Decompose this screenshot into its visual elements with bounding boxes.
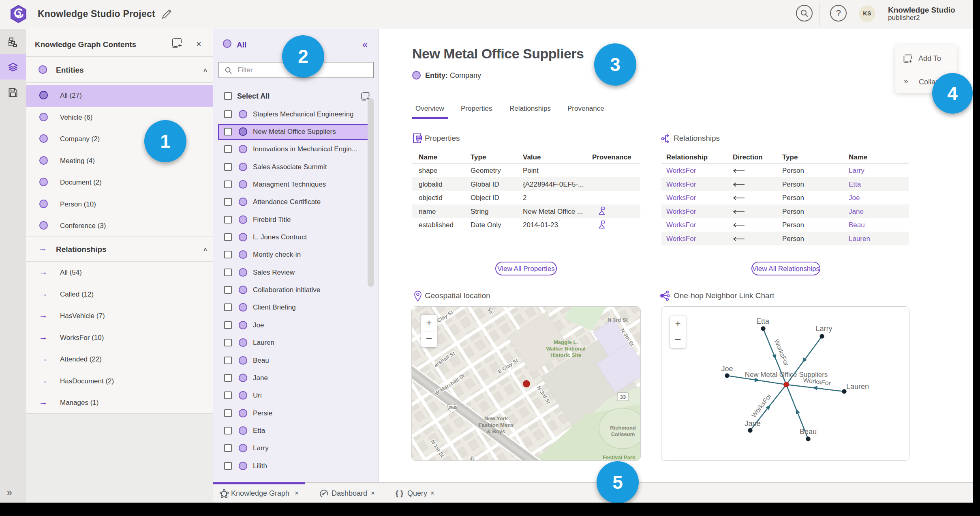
svg-text:& Boys: & Boys bbox=[487, 428, 505, 434]
svg-text:Etta: Etta bbox=[756, 317, 770, 325]
svg-text:N 3rd St: N 3rd St bbox=[608, 317, 628, 323]
svg-text:Maggie L.: Maggie L. bbox=[554, 339, 578, 345]
svg-text:Larry: Larry bbox=[815, 325, 832, 333]
svg-text:Historic Site: Historic Site bbox=[550, 352, 581, 358]
svg-text:250: 250 bbox=[448, 405, 456, 411]
svg-text:33: 33 bbox=[620, 394, 626, 400]
svg-text:Joe: Joe bbox=[721, 365, 733, 373]
svg-text:Walker National: Walker National bbox=[546, 346, 585, 352]
svg-text:New Metal Office Suppliers: New Metal Office Suppliers bbox=[745, 371, 828, 378]
svg-text:WorksFor: WorksFor bbox=[773, 338, 790, 367]
svg-text:Festival Park: Festival Park bbox=[603, 454, 636, 460]
svg-text:Lauren: Lauren bbox=[846, 383, 869, 391]
svg-text:Beau: Beau bbox=[800, 428, 817, 436]
svg-text:Richmond: Richmond bbox=[610, 425, 636, 431]
svg-text:Coliseum: Coliseum bbox=[611, 431, 635, 437]
svg-text:New York: New York bbox=[484, 415, 508, 421]
svg-text:Fashion Mens: Fashion Mens bbox=[479, 422, 514, 428]
svg-text:Jane: Jane bbox=[745, 419, 760, 428]
